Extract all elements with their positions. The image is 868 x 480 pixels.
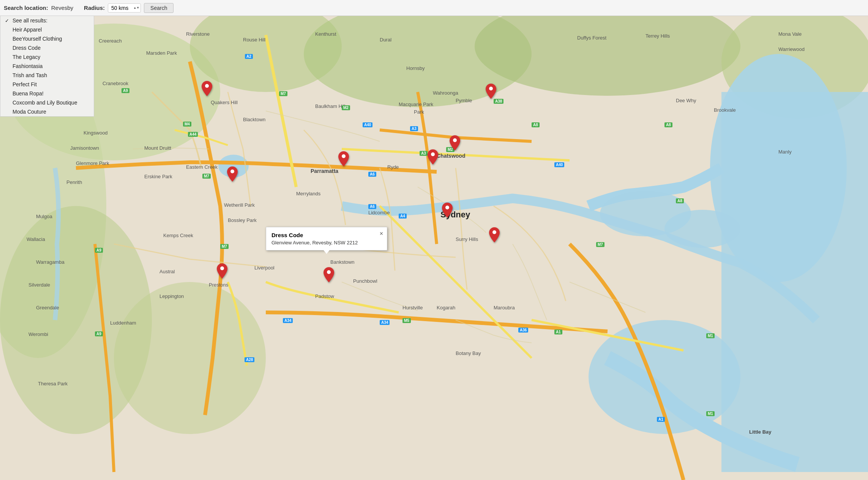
dropdown-label-heir-apparel: Heir Apparel [13, 27, 42, 33]
dropdown-label-beeyourself: BeeYourself Clothing [13, 36, 62, 42]
map-pin-6[interactable] [450, 135, 460, 152]
dropdown-item-fashiontasia[interactable]: Fashiontasia [0, 62, 94, 71]
dropdown-label-moda-couture: Moda Couture [13, 109, 46, 115]
search-button[interactable]: Search [144, 3, 174, 13]
dropdown-item-perfect-fit[interactable]: Perfect Fit [0, 80, 94, 89]
dropdown-item-heir-apparel[interactable]: Heir Apparel [0, 25, 94, 34]
dropdown-item-buena-ropa[interactable]: Buena Ropa! [0, 89, 94, 98]
svg-point-16 [489, 87, 493, 90]
dropdown-label-perfect-fit: Perfect Fit [13, 81, 37, 87]
dropdown-item-moda-couture[interactable]: Moda Couture [0, 107, 94, 116]
radius-label: Radius: [84, 5, 105, 11]
svg-point-20 [453, 138, 457, 142]
popup-store-name: Dress Code [271, 232, 376, 238]
map-pin-5[interactable] [428, 149, 438, 166]
search-location-label: Search location: [4, 5, 48, 11]
dropdown-label-fashiontasia: Fashiontasia [13, 63, 43, 69]
dropdown-see-all[interactable]: ✓ See all results: [0, 16, 94, 25]
map-pin-10[interactable] [324, 267, 334, 284]
dropdown-see-all-label: See all results: [13, 17, 47, 24]
dropdown-item-the-legacy[interactable]: The Legacy [0, 52, 94, 62]
svg-point-23 [220, 266, 224, 270]
svg-point-18 [230, 170, 234, 173]
svg-point-10 [710, 54, 847, 282]
header-bar: Search location: Revesby Radius: 10 kms … [0, 0, 868, 16]
svg-point-19 [431, 152, 435, 156]
dropdown-label-coxcomb-lily: Coxcomb and Lily Boutique [13, 100, 77, 106]
popup-store-address: Glenview Avenue, Revesby, NSW 2212 [271, 240, 376, 246]
map-pin-2[interactable] [486, 84, 496, 100]
dropdown-item-beeyourself[interactable]: BeeYourself Clothing [0, 34, 94, 43]
map-pin-3[interactable] [338, 151, 349, 168]
svg-point-8 [114, 282, 266, 434]
dropdown-label-trish-tash: Trish and Tash [13, 72, 47, 78]
radius-select-wrap[interactable]: 10 kms 25 kms 50 kms 100 kms ▲▼ [108, 3, 141, 13]
dropdown-label-buena-ropa: Buena Ropa! [13, 90, 44, 97]
map-pin-9[interactable] [217, 263, 227, 280]
location-value: Revesby [51, 5, 73, 11]
svg-point-21 [445, 206, 449, 209]
info-popup: Dress Code Glenview Avenue, Revesby, NSW… [266, 227, 387, 250]
dropdown-menu: ✓ See all results: Heir Apparel BeeYours… [0, 16, 94, 117]
dropdown-label-dress-code: Dress Code [13, 45, 41, 51]
dropdown-item-trish-tash[interactable]: Trish and Tash [0, 71, 94, 80]
svg-point-17 [342, 154, 346, 158]
dropdown-item-dress-code[interactable]: Dress Code [0, 43, 94, 52]
dropdown-label-the-legacy: The Legacy [13, 54, 40, 60]
map-pin-7[interactable] [442, 203, 453, 219]
svg-point-22 [492, 230, 496, 234]
dropdown-item-coxcomb-lily[interactable]: Coxcomb and Lily Boutique [0, 98, 94, 107]
svg-point-15 [205, 84, 209, 88]
svg-point-12 [664, 210, 740, 248]
map-background [0, 16, 868, 480]
checkmark-icon: ✓ [5, 18, 10, 24]
popup-close-button[interactable]: × [380, 230, 383, 237]
radius-select[interactable]: 10 kms 25 kms 50 kms 100 kms [108, 3, 141, 13]
map-pin-4[interactable] [227, 166, 238, 183]
map-pin-1[interactable] [202, 81, 212, 98]
map-container: Creereach Riverstone Rouse Hill Kenthurs… [0, 16, 868, 480]
map-pin-8[interactable] [489, 227, 500, 244]
svg-point-24 [327, 270, 331, 274]
